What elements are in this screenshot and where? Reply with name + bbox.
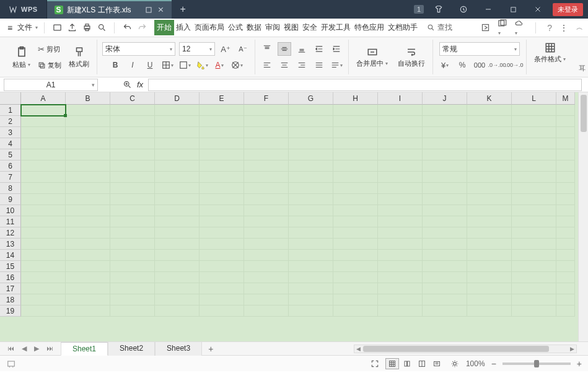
reading-view-icon[interactable] bbox=[430, 358, 444, 369]
row-header[interactable]: 5 bbox=[0, 149, 21, 160]
cell[interactable] bbox=[155, 105, 200, 116]
merge-center-button[interactable]: 合并居中▾ bbox=[354, 45, 390, 69]
cell[interactable] bbox=[289, 272, 333, 283]
tab-start[interactable]: 开始 bbox=[154, 20, 174, 35]
cell[interactable] bbox=[66, 116, 110, 127]
row-header[interactable]: 15 bbox=[0, 261, 21, 272]
underline-button[interactable]: U bbox=[143, 58, 157, 72]
col-header[interactable]: B bbox=[66, 92, 110, 105]
tab-dev[interactable]: 开发工具 bbox=[319, 20, 353, 35]
cell[interactable] bbox=[333, 239, 378, 250]
cell[interactable] bbox=[66, 283, 110, 294]
formula-input[interactable] bbox=[148, 79, 582, 91]
cell[interactable] bbox=[467, 160, 512, 172]
cell[interactable] bbox=[467, 261, 512, 272]
cell[interactable] bbox=[21, 194, 66, 205]
cell[interactable] bbox=[378, 116, 423, 127]
cell[interactable] bbox=[200, 227, 244, 239]
col-header[interactable]: D bbox=[155, 92, 200, 105]
cell[interactable] bbox=[467, 138, 512, 149]
cell[interactable] bbox=[66, 261, 110, 272]
cell[interactable] bbox=[556, 116, 575, 127]
horizontal-scrollbar[interactable]: ◀▶ bbox=[354, 345, 577, 353]
cell[interactable] bbox=[512, 239, 556, 250]
cell[interactable] bbox=[378, 194, 423, 205]
paste-button[interactable]: 粘贴▾ bbox=[10, 44, 33, 71]
cell[interactable] bbox=[21, 250, 66, 261]
cell[interactable] bbox=[467, 116, 512, 127]
cell[interactable] bbox=[200, 127, 244, 138]
cell[interactable] bbox=[556, 205, 575, 216]
cell[interactable] bbox=[155, 239, 200, 250]
cell[interactable] bbox=[423, 194, 467, 205]
decrease-indent-icon[interactable] bbox=[312, 42, 326, 56]
cell[interactable] bbox=[378, 305, 423, 317]
currency-icon[interactable]: ¥▾ bbox=[438, 58, 452, 72]
cell[interactable] bbox=[200, 283, 244, 294]
cell[interactable] bbox=[423, 283, 467, 294]
cell[interactable] bbox=[378, 216, 423, 227]
percent-icon[interactable]: % bbox=[455, 58, 469, 72]
cell[interactable] bbox=[289, 160, 333, 172]
row-header[interactable]: 14 bbox=[0, 250, 21, 261]
cell[interactable] bbox=[66, 227, 110, 239]
cell[interactable] bbox=[556, 172, 575, 183]
cell[interactable] bbox=[556, 127, 575, 138]
cell[interactable] bbox=[289, 250, 333, 261]
help-icon[interactable]: ? bbox=[547, 23, 552, 33]
open-icon[interactable] bbox=[51, 22, 63, 34]
cell[interactable] bbox=[556, 183, 575, 194]
align-left-icon[interactable] bbox=[260, 58, 274, 72]
app-tab[interactable]: WPS bbox=[0, 0, 47, 19]
cell[interactable] bbox=[244, 138, 289, 149]
cell[interactable] bbox=[244, 216, 289, 227]
cell[interactable] bbox=[289, 105, 333, 116]
tab-review[interactable]: 审阅 bbox=[263, 20, 282, 35]
cell[interactable] bbox=[467, 149, 512, 160]
zoom-fx-icon[interactable] bbox=[123, 80, 132, 89]
cell[interactable] bbox=[155, 149, 200, 160]
sheet-first-icon[interactable]: ⏮ bbox=[5, 345, 17, 353]
justify-icon[interactable] bbox=[312, 58, 326, 72]
col-header[interactable]: M bbox=[556, 92, 575, 105]
cell[interactable] bbox=[467, 194, 512, 205]
tab-view[interactable]: 视图 bbox=[282, 20, 301, 35]
zoom-in-button[interactable]: + bbox=[577, 359, 582, 369]
cell[interactable] bbox=[66, 172, 110, 183]
cell[interactable] bbox=[423, 227, 467, 239]
row-header[interactable]: 9 bbox=[0, 194, 21, 205]
cell[interactable] bbox=[110, 138, 155, 149]
cell[interactable] bbox=[333, 160, 378, 172]
cell[interactable] bbox=[244, 194, 289, 205]
skin-icon[interactable] bbox=[429, 2, 449, 17]
spreadsheet-grid[interactable]: ABCDEFGHIJKLM 12345678910111213141516171… bbox=[0, 92, 588, 341]
fullscreen-icon[interactable] bbox=[371, 359, 379, 368]
cell[interactable] bbox=[289, 127, 333, 138]
cell[interactable] bbox=[378, 138, 423, 149]
zoom-level[interactable]: 100% bbox=[466, 359, 485, 368]
cell[interactable] bbox=[155, 283, 200, 294]
cell[interactable] bbox=[333, 149, 378, 160]
cell[interactable] bbox=[244, 160, 289, 172]
cell[interactable] bbox=[110, 272, 155, 283]
clear-format-button[interactable]: ▾ bbox=[230, 58, 244, 72]
increase-decimal-icon[interactable]: .0→.00 bbox=[490, 58, 504, 72]
cell[interactable] bbox=[66, 183, 110, 194]
fill-color-button[interactable]: ▾ bbox=[195, 58, 209, 72]
row-header[interactable]: 19 bbox=[0, 305, 21, 317]
comma-icon[interactable]: 000 bbox=[473, 58, 486, 72]
cell[interactable] bbox=[423, 294, 467, 305]
cell[interactable] bbox=[556, 227, 575, 239]
cell[interactable] bbox=[378, 227, 423, 239]
cell[interactable] bbox=[110, 149, 155, 160]
border-button[interactable]: ▾ bbox=[160, 58, 174, 72]
cell[interactable] bbox=[110, 261, 155, 272]
cell[interactable] bbox=[66, 105, 110, 116]
cell[interactable] bbox=[289, 205, 333, 216]
col-header[interactable]: J bbox=[423, 92, 467, 105]
cell[interactable] bbox=[512, 272, 556, 283]
cell[interactable] bbox=[155, 261, 200, 272]
cell[interactable] bbox=[423, 183, 467, 194]
cell[interactable] bbox=[244, 172, 289, 183]
cell[interactable] bbox=[289, 283, 333, 294]
